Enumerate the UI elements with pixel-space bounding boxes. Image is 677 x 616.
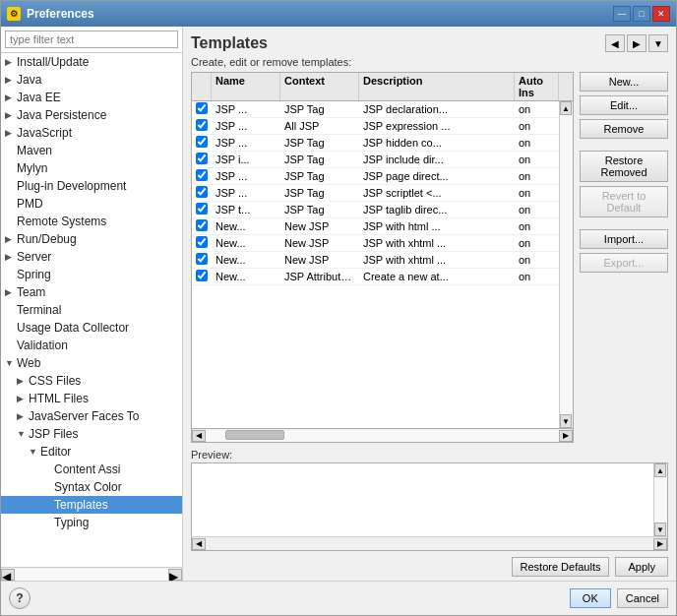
export-button[interactable]: Export... bbox=[580, 253, 668, 273]
scroll-left-btn[interactable]: ◀ bbox=[1, 569, 15, 581]
row-check[interactable] bbox=[192, 101, 212, 117]
close-button[interactable]: ✕ bbox=[652, 6, 670, 22]
row-name: JSP ... bbox=[212, 102, 280, 116]
minimize-button[interactable]: — bbox=[613, 6, 631, 22]
sidebar-item-typing[interactable]: ▶ Typing bbox=[1, 514, 182, 531]
main-description: Create, edit or remove templates: bbox=[191, 56, 668, 68]
sidebar-item-java-persistence[interactable]: ▶ Java Persistence bbox=[1, 106, 182, 124]
nav-back-button[interactable]: ◀ bbox=[605, 34, 625, 52]
row-check[interactable] bbox=[192, 118, 212, 134]
sidebar-item-terminal[interactable]: ▶ Terminal bbox=[1, 301, 182, 319]
row-check[interactable] bbox=[192, 269, 212, 284]
remove-button[interactable]: Remove bbox=[580, 119, 668, 139]
sidebar-item-label: Usage Data Collector bbox=[17, 321, 129, 335]
main-header: Templates ◀ ▶ ▼ bbox=[191, 34, 668, 52]
sidebar-item-run-debug[interactable]: ▶ Run/Debug bbox=[1, 230, 182, 248]
row-context: JSP Tag bbox=[280, 102, 359, 116]
row-checkbox[interactable] bbox=[196, 186, 208, 198]
row-checkbox[interactable] bbox=[196, 169, 208, 181]
sidebar-item-editor[interactable]: ▼ Editor bbox=[1, 443, 182, 461]
scroll-down-btn[interactable]: ▼ bbox=[560, 414, 572, 428]
scroll-right-btn[interactable]: ▶ bbox=[653, 538, 667, 550]
preview-h-scrollbar[interactable]: ◀ ▶ bbox=[192, 536, 667, 550]
sidebar-item-plugin-development[interactable]: ▶ Plug-in Development bbox=[1, 177, 182, 195]
row-name: JSP ... bbox=[212, 186, 280, 200]
row-check[interactable] bbox=[192, 185, 212, 201]
row-check[interactable] bbox=[192, 168, 212, 184]
sidebar-item-javascript[interactable]: ▶ JavaScript bbox=[1, 124, 182, 142]
sidebar-item-validation[interactable]: ▶ Validation bbox=[1, 337, 182, 354]
sidebar-item-spring[interactable]: ▶ Spring bbox=[1, 266, 182, 283]
dialog-footer: ? OK Cancel bbox=[1, 581, 676, 615]
main-content: Templates ◀ ▶ ▼ Create, edit or remove t… bbox=[183, 27, 676, 581]
edit-button[interactable]: Edit... bbox=[580, 95, 668, 115]
table-h-scrollbar[interactable]: ◀ ▶ bbox=[192, 428, 573, 442]
sidebar-item-java[interactable]: ▶ Java bbox=[1, 71, 182, 89]
sidebar-item-jsp-files[interactable]: ▼ JSP Files bbox=[1, 425, 182, 443]
filter-input[interactable] bbox=[5, 31, 178, 48]
sidebar-item-maven[interactable]: ▶ Maven bbox=[1, 142, 182, 159]
title-buttons: — □ ✕ bbox=[613, 6, 670, 22]
h-scroll-track bbox=[206, 430, 559, 442]
sidebar-item-pmd[interactable]: ▶ PMD bbox=[1, 195, 182, 213]
apply-button[interactable]: Apply bbox=[615, 557, 668, 577]
preview-content bbox=[192, 463, 653, 536]
sidebar-item-usage-data-collector[interactable]: ▶ Usage Data Collector bbox=[1, 319, 182, 337]
row-checkbox[interactable] bbox=[196, 153, 208, 164]
row-checkbox[interactable] bbox=[196, 253, 208, 265]
scroll-right-btn[interactable]: ▶ bbox=[559, 430, 573, 442]
row-checkbox[interactable] bbox=[196, 136, 208, 148]
row-context: All JSP bbox=[280, 119, 359, 133]
revert-to-default-button[interactable]: Revert to Default bbox=[580, 186, 668, 217]
row-check[interactable] bbox=[192, 235, 212, 251]
scroll-left-btn[interactable]: ◀ bbox=[192, 538, 206, 550]
row-checkbox[interactable] bbox=[196, 119, 208, 131]
sidebar-item-team[interactable]: ▶ Team bbox=[1, 283, 182, 301]
import-button[interactable]: Import... bbox=[580, 229, 668, 249]
sidebar-item-css-files[interactable]: ▶ CSS Files bbox=[1, 372, 182, 390]
sidebar-item-syntax-color[interactable]: ▶ Syntax Color bbox=[1, 478, 182, 496]
h-scroll-thumb[interactable] bbox=[225, 430, 284, 440]
cancel-button[interactable]: Cancel bbox=[617, 588, 668, 608]
scroll-right-btn[interactable]: ▶ bbox=[168, 569, 182, 581]
table-body-container: JSP ... JSP Tag JSP declaration... on JS… bbox=[192, 101, 573, 428]
row-check[interactable] bbox=[192, 135, 212, 151]
row-check[interactable] bbox=[192, 218, 212, 234]
row-check[interactable] bbox=[192, 252, 212, 268]
scroll-down-btn[interactable]: ▼ bbox=[654, 523, 666, 536]
preview-v-scrollbar[interactable]: ▲ ▼ bbox=[653, 463, 667, 536]
row-checkbox[interactable] bbox=[196, 219, 208, 231]
row-checkbox[interactable] bbox=[196, 270, 208, 281]
ok-button[interactable]: OK bbox=[570, 588, 611, 608]
sidebar-item-html-files[interactable]: ▶ HTML Files bbox=[1, 390, 182, 407]
sidebar-item-mylyn[interactable]: ▶ Mylyn bbox=[1, 159, 182, 177]
help-button[interactable]: ? bbox=[9, 587, 31, 609]
restore-defaults-button[interactable]: Restore Defaults bbox=[512, 557, 610, 577]
row-checkbox[interactable] bbox=[196, 236, 208, 248]
row-check[interactable] bbox=[192, 202, 212, 217]
row-checkbox[interactable] bbox=[196, 203, 208, 215]
sidebar-item-javaserver-faces[interactable]: ▶ JavaServer Faces To bbox=[1, 407, 182, 425]
sidebar-item-remote-systems[interactable]: ▶ Remote Systems bbox=[1, 213, 182, 230]
button-spacer bbox=[580, 143, 668, 147]
table-v-scrollbar[interactable]: ▲ ▼ bbox=[559, 101, 573, 428]
maximize-button[interactable]: □ bbox=[633, 6, 650, 22]
row-name: JSP t... bbox=[212, 203, 280, 216]
sidebar-item-server[interactable]: ▶ Server bbox=[1, 248, 182, 266]
sidebar-item-web[interactable]: ▼ Web bbox=[1, 354, 182, 372]
scroll-up-btn[interactable]: ▲ bbox=[654, 463, 666, 477]
sidebar-item-content-assi[interactable]: ▶ Content Assi bbox=[1, 461, 182, 478]
scroll-up-btn[interactable]: ▲ bbox=[560, 101, 572, 115]
row-check[interactable] bbox=[192, 152, 212, 167]
restore-removed-button[interactable]: Restore Removed bbox=[580, 151, 668, 182]
scroll-left-btn[interactable]: ◀ bbox=[192, 430, 206, 442]
nav-forward-button[interactable]: ▶ bbox=[627, 34, 646, 52]
new-button[interactable]: New... bbox=[580, 72, 668, 92]
nav-menu-button[interactable]: ▼ bbox=[648, 34, 668, 52]
row-checkbox[interactable] bbox=[196, 102, 208, 114]
sidebar-item-java-ee[interactable]: ▶ Java EE bbox=[1, 89, 182, 106]
row-auto: on bbox=[515, 186, 559, 200]
sidebar-h-scrollbar[interactable]: ◀ ▶ bbox=[1, 567, 182, 581]
sidebar-item-install-update[interactable]: ▶ Install/Update bbox=[1, 53, 182, 71]
sidebar-item-templates[interactable]: ▶ Templates bbox=[1, 496, 182, 514]
